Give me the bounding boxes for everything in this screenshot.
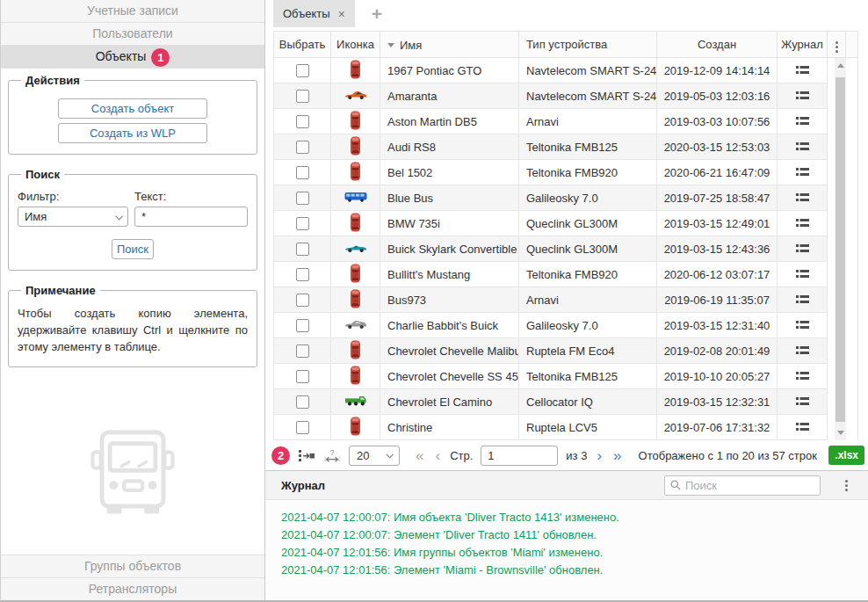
- table-row[interactable]: 1967 Pontiac GTO Navtelecom SMART S-24xx…: [274, 58, 858, 83]
- search-button[interactable]: Поиск: [112, 239, 154, 259]
- device-type-cell: Queclink GL300M: [519, 211, 657, 236]
- row-checkbox[interactable]: [296, 90, 309, 103]
- column-header-journal[interactable]: Журнал: [778, 32, 828, 58]
- row-checkbox[interactable]: [296, 192, 309, 205]
- car-top-red-icon: [350, 298, 361, 311]
- row-journal-button[interactable]: [796, 371, 809, 381]
- row-checkbox[interactable]: [296, 243, 309, 256]
- object-name-cell: 1967 Pontiac GTO: [380, 58, 519, 83]
- auto-width-icon[interactable]: ?: [323, 448, 341, 463]
- journal-search-input[interactable]: [685, 479, 814, 492]
- row-checkbox[interactable]: [296, 421, 309, 434]
- list-icon: [796, 294, 809, 304]
- row-checkbox[interactable]: [296, 217, 309, 230]
- table-row[interactable]: Chevrolet Chevelle Malibu Ruptela FM Eco…: [274, 338, 858, 364]
- create-object-button[interactable]: Создать объект: [58, 98, 207, 119]
- scroll-up-icon[interactable]: [835, 60, 846, 71]
- row-journal-button[interactable]: [796, 141, 809, 151]
- first-page-button[interactable]: «: [414, 448, 425, 463]
- column-header-select[interactable]: Выбрать: [274, 32, 331, 58]
- table-row[interactable]: Bullitt's Mustang Teltonika FMB920 2020-…: [274, 262, 858, 287]
- column-menu-button[interactable]: [828, 32, 846, 58]
- row-journal-button[interactable]: [796, 218, 809, 228]
- page-size-select[interactable]: 20: [349, 446, 400, 466]
- search-text-input[interactable]: [134, 207, 248, 227]
- row-journal-button[interactable]: [796, 167, 809, 177]
- row-checkbox[interactable]: [296, 319, 309, 332]
- column-header-name[interactable]: Имя: [380, 32, 519, 58]
- row-checkbox[interactable]: [296, 370, 309, 383]
- row-checkbox[interactable]: [296, 141, 309, 154]
- table-row[interactable]: BMW 735i Queclink GL300M 2019-03-15 12:4…: [274, 211, 858, 236]
- sidebar-panel-objects: Действия Создать объект Создать из WLP П…: [1, 69, 264, 555]
- list-to-item-icon[interactable]: [298, 449, 315, 462]
- table-row[interactable]: Amaranta Navtelecom SMART S-24xx 2019-05…: [274, 83, 858, 109]
- next-page-button[interactable]: ›: [595, 448, 604, 463]
- plus-icon[interactable]: +: [372, 4, 382, 23]
- journal-panel: Журнал 2021-04-07 12:00:07: Имя объекта …: [265, 470, 868, 600]
- journal-menu-button[interactable]: [840, 484, 852, 487]
- row-checkbox[interactable]: [296, 345, 309, 358]
- tab-objects[interactable]: Объекты ×: [273, 0, 355, 27]
- row-journal-button[interactable]: [796, 396, 809, 406]
- svg-text:?: ?: [329, 448, 334, 457]
- device-type-cell: Queclink GL300M: [519, 236, 657, 262]
- close-icon[interactable]: ×: [338, 8, 345, 20]
- prev-page-button[interactable]: ‹: [433, 448, 442, 463]
- table-row[interactable]: Aston Martin DB5 Arnavi 2019-03-03 10:07…: [274, 109, 858, 134]
- sidebar-item-object-groups[interactable]: Группы объектов: [1, 555, 264, 577]
- created-cell: 2019-03-15 12:31:40: [657, 313, 778, 338]
- tab-label: Объекты: [283, 7, 330, 20]
- car-top-red-icon: [350, 170, 361, 184]
- table-row[interactable]: Charlie Babbit's Buick Galileosky 7.0 20…: [274, 313, 858, 338]
- create-from-wlp-button[interactable]: Создать из WLP: [58, 123, 207, 143]
- table-row[interactable]: Bel 1502 Teltonika FMB920 2020-06-21 16:…: [274, 160, 858, 185]
- row-journal-button[interactable]: [796, 91, 809, 100]
- page-number-input[interactable]: [481, 446, 558, 466]
- list-icon: [796, 345, 809, 355]
- sidebar-item-objects[interactable]: Объекты1: [1, 46, 264, 69]
- table-row[interactable]: Blue Bus Galileosky 7.0 2019-07-25 18:58…: [274, 185, 858, 211]
- created-cell: 2020-03-15 12:53:03: [657, 134, 778, 160]
- scroll-down-icon[interactable]: [835, 427, 846, 439]
- table-row[interactable]: Bus973 Arnavi 2019-06-19 11:35:07: [274, 287, 858, 313]
- filter-select[interactable]: Имя: [18, 207, 128, 227]
- table-row[interactable]: Christine Ruptela LCV5 2019-07-06 17:31:…: [274, 415, 858, 440]
- bus-side-blue-icon: [344, 192, 367, 205]
- table-row[interactable]: Chevrolet Chevelle SS 454 Teltonika FMB1…: [274, 364, 858, 389]
- column-header-device[interactable]: Тип устройства: [519, 32, 657, 58]
- row-checkbox[interactable]: [296, 166, 309, 179]
- row-journal-button[interactable]: [796, 422, 809, 432]
- vertical-scrollbar[interactable]: [835, 58, 846, 440]
- sidebar-item-accounts[interactable]: Учетные записи: [1, 0, 264, 23]
- row-journal-button[interactable]: [796, 320, 809, 330]
- actions-group: Действия Создать объект Создать из WLP: [8, 74, 257, 155]
- last-page-button[interactable]: »: [611, 448, 623, 463]
- row-journal-button[interactable]: [796, 345, 809, 355]
- row-checkbox[interactable]: [296, 395, 309, 409]
- column-header-icon[interactable]: Иконка: [331, 32, 380, 58]
- row-checkbox[interactable]: [296, 268, 309, 281]
- column-header-created[interactable]: Создан: [657, 32, 778, 58]
- car-top-red-icon: [350, 272, 361, 286]
- list-icon: [796, 167, 809, 177]
- sidebar-item-retranslators[interactable]: Ретрансляторы: [1, 577, 264, 600]
- table-row[interactable]: Audi RS8 Teltonika FMB125 2020-03-15 12:…: [274, 134, 858, 160]
- row-journal-button[interactable]: [796, 65, 809, 75]
- row-journal-button[interactable]: [796, 243, 809, 253]
- row-journal-button[interactable]: [796, 192, 809, 202]
- created-cell: 2019-05-03 12:03:16: [657, 83, 778, 109]
- row-journal-button[interactable]: [796, 116, 809, 126]
- table-row[interactable]: Buick Skylark Convertible Queclink GL300…: [274, 236, 858, 262]
- row-checkbox[interactable]: [296, 64, 309, 77]
- row-checkbox[interactable]: [296, 115, 309, 128]
- export-xlsx-button[interactable]: .xlsx: [828, 446, 864, 465]
- journal-search-box[interactable]: [664, 475, 821, 496]
- created-cell: 2019-07-06 17:31:32: [657, 415, 778, 440]
- row-checkbox[interactable]: [296, 294, 309, 307]
- sidebar-item-users[interactable]: Пользователи: [1, 23, 264, 46]
- row-journal-button[interactable]: [796, 294, 809, 304]
- table-row[interactable]: Chevrolet El Camino Cellocator IQ 2019-0…: [274, 389, 858, 415]
- vertical-scrollbar-thumb[interactable]: [835, 77, 845, 422]
- row-journal-button[interactable]: [796, 269, 809, 279]
